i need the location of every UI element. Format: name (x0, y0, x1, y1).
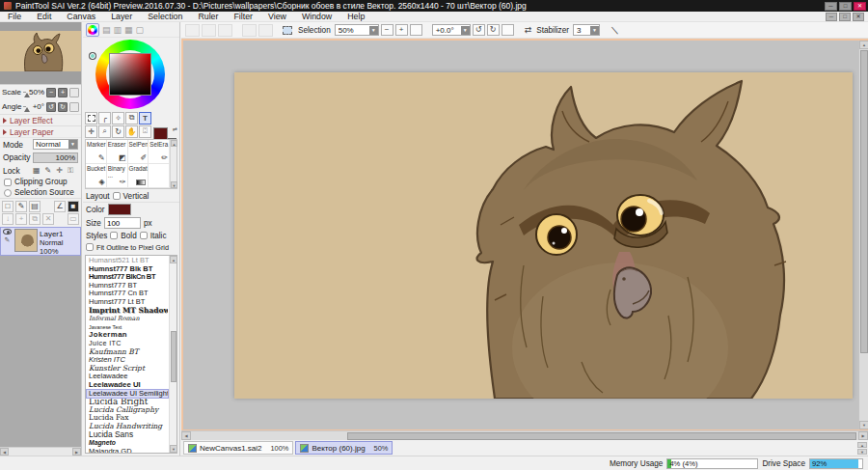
text-size-input[interactable] (104, 217, 141, 229)
scale-slider[interactable] (23, 89, 26, 97)
opacity-slider[interactable]: 100% (33, 152, 78, 163)
menu-layer[interactable]: Layer (103, 12, 140, 21)
menu-selection[interactable]: Selection (140, 12, 190, 21)
tool-bucket[interactable]: Bucket◈ (86, 164, 107, 188)
chevron-down-icon[interactable]: ▼ (369, 26, 378, 35)
deselect-button[interactable] (242, 24, 257, 37)
eyedropper-tool[interactable]: ⍠ (139, 125, 151, 138)
lock-move-icon[interactable]: ✛ (56, 166, 63, 175)
color-mixer-tab[interactable]: ▦ (124, 25, 133, 35)
font-item[interactable]: Kristen ITC (87, 356, 168, 365)
rotate-ccw-button[interactable]: ↺ (46, 102, 56, 112)
font-item[interactable]: Lucida Fax (87, 414, 168, 423)
scroll-down-icon[interactable]: ▼ (170, 445, 177, 453)
clone-tool[interactable]: ⧉ (125, 112, 138, 124)
angle-combo[interactable]: +0.0° ▼ (432, 24, 471, 36)
menu-edit[interactable]: Edit (29, 12, 59, 21)
font-item[interactable]: Lucida Sans (87, 430, 168, 439)
font-item[interactable]: Jokerman (87, 331, 168, 340)
move-tool[interactable]: ✛ (85, 125, 97, 138)
color-wheel-tab[interactable] (86, 23, 99, 37)
rotate-view-tool[interactable]: ↻ (112, 125, 124, 138)
clipping-group-checkbox[interactable] (4, 179, 12, 186)
font-item[interactable]: Kunstler Script (87, 365, 168, 373)
merge-down-icon[interactable]: + (15, 213, 27, 225)
menu-view[interactable]: View (260, 12, 294, 21)
swap-colors-icon[interactable]: ⇄ (173, 125, 177, 132)
stabilizer-combo[interactable]: 3 ▼ (573, 24, 600, 36)
scroll-left-icon[interactable]: ◀ (0, 448, 9, 456)
lasso-tool[interactable]: ╭ (98, 112, 111, 124)
stroke-stabilizer-icon[interactable]: ＼ (610, 24, 620, 37)
vscroll-thumb[interactable] (860, 50, 868, 353)
rgb-slider-tab[interactable]: ▤ (102, 25, 111, 35)
font-item[interactable]: Lucida Bright (87, 398, 168, 406)
delete-layer-icon[interactable]: ✕ (42, 213, 54, 225)
angle-reset-button[interactable] (69, 102, 79, 112)
scroll-down-icon[interactable]: ▼ (859, 421, 868, 429)
hsv-slider-tab[interactable]: ▥ (114, 25, 122, 35)
saturation-value-square[interactable] (109, 53, 151, 96)
invert-selection-button[interactable] (258, 24, 273, 37)
scroll-up-icon[interactable]: ▲ (171, 140, 177, 147)
menu-canvas[interactable]: Canvas (59, 12, 103, 21)
font-item[interactable]: Humnst777 Lt BT (87, 298, 168, 307)
zoom-in-button[interactable]: + (395, 24, 408, 36)
bold-checkbox[interactable] (110, 232, 118, 239)
scroll-right-icon[interactable]: ▶ (72, 448, 81, 456)
font-item[interactable]: Lucida Handwriting (87, 423, 168, 431)
layer-effect-section[interactable]: Layer Effect (0, 114, 81, 125)
tool-selera[interactable]: SelEra✏ (149, 140, 170, 164)
chevron-down-icon[interactable]: ▼ (461, 26, 470, 35)
tab-newcanvas1[interactable]: NewCanvas1.sai2 100% (183, 441, 293, 455)
font-item[interactable]: Humanst521 Lt BT (87, 257, 168, 265)
maximize-icon[interactable]: □ (839, 2, 852, 11)
rect-select-tool[interactable] (85, 112, 97, 124)
layer-mask-icon[interactable]: ■ (68, 201, 79, 212)
tab-vektor60[interactable]: Вектор (60).jpg 50% (295, 441, 393, 455)
zoom-in-button[interactable]: + (58, 88, 68, 97)
scroll-down-icon[interactable]: ▼ (857, 449, 867, 455)
tool-empty-slot[interactable] (149, 164, 170, 188)
canvas-vscrollbar[interactable]: ▲ ▼ (858, 41, 868, 429)
canvas-viewport[interactable]: ▲ ▼ (181, 39, 868, 430)
zoom-tool[interactable]: ⌕ (98, 125, 111, 138)
redo-button[interactable] (202, 24, 216, 37)
menu-window[interactable]: Window (294, 12, 339, 21)
ruler-layer-icon[interactable]: ∠ (54, 201, 66, 212)
tool-eraser[interactable]: Eraser◩ (107, 140, 128, 164)
font-item[interactable]: Magneto (87, 439, 168, 448)
font-item[interactable]: Lucida Calligraphy (87, 406, 168, 415)
new-folder-icon[interactable]: ▤ (29, 201, 41, 212)
font-item[interactable]: Imprint MT Shadow (87, 307, 168, 316)
tool-marker[interactable]: Marker✎ (86, 140, 107, 164)
menu-file[interactable]: File (0, 12, 29, 21)
clear-layer-icon[interactable]: ▭ (68, 213, 79, 225)
font-item[interactable]: Humnst777 Blk BT (87, 265, 168, 274)
new-layer-icon[interactable]: □ (2, 201, 14, 212)
scroll-down-icon[interactable]: ▼ (171, 181, 177, 188)
scroll-left-icon[interactable]: ◀ (181, 431, 191, 440)
layer-panel-hscrollbar[interactable]: ◀ ▶ (0, 447, 81, 456)
font-item[interactable]: Juice ITC (87, 340, 168, 348)
mdi-minimize-icon[interactable]: ─ (826, 13, 837, 21)
zoom-reset-button[interactable] (69, 88, 79, 97)
mdi-close-icon[interactable]: ✕ (853, 13, 864, 21)
scroll-up-icon[interactable]: ▲ (857, 442, 867, 448)
zoom-combo[interactable]: 50% ▼ (335, 24, 379, 36)
minimize-icon[interactable]: ─ (825, 2, 837, 11)
scroll-up-icon[interactable]: ▲ (170, 256, 177, 263)
text-color-swatch[interactable] (108, 204, 131, 215)
menu-help[interactable]: Help (339, 12, 372, 21)
close-icon[interactable]: ✕ (854, 2, 866, 11)
brush-grid-scrollbar[interactable]: ▲ ▼ (170, 140, 176, 188)
rotate-ccw-button[interactable]: ↺ (473, 24, 485, 36)
hscroll-thumb[interactable] (347, 432, 856, 440)
scratchpad-tab[interactable]: ▢ (136, 25, 145, 35)
tool-selpen[interactable]: SelPen✐ (128, 140, 149, 164)
canvas-hscrollbar[interactable]: ◀ ▶ (181, 430, 868, 440)
zoom-reset-button[interactable] (410, 24, 422, 36)
lock-pen-icon[interactable]: ✎ (45, 166, 52, 175)
text-tool[interactable]: T (139, 112, 151, 124)
fit-outline-checkbox[interactable] (86, 243, 94, 251)
